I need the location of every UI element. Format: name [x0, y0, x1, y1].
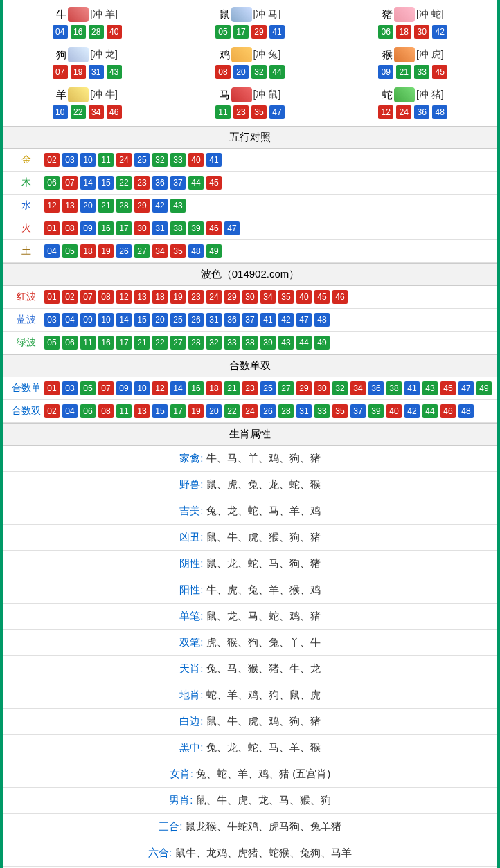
number-ball: 38 [386, 381, 402, 395]
number-ball: 14 [80, 176, 96, 190]
number-ball: 05 [80, 381, 96, 395]
number-ball: 02 [44, 404, 60, 418]
zodiac-icon [68, 7, 89, 22]
number-ball: 09 [80, 313, 96, 327]
number-ball: 34 [350, 381, 366, 395]
attr-row: 双笔: 虎、猴、狗、兔、羊、牛 [3, 630, 497, 656]
zodiac-balls: 08203244 [168, 65, 331, 79]
data-row: 土04051819262734354849 [3, 240, 497, 263]
number-ball: 13 [62, 199, 78, 213]
zodiac-cell: 猴[冲 虎]09213345 [332, 43, 494, 83]
number-ball: 15 [98, 176, 114, 190]
number-ball: 38 [170, 221, 186, 235]
number-ball: 47 [269, 105, 285, 119]
zodiac-balls: 04162840 [6, 25, 168, 39]
number-ball: 01 [44, 381, 60, 395]
zodiac-name: 鸡 [220, 48, 230, 62]
number-ball: 07 [80, 290, 96, 304]
number-ball: 42 [432, 25, 447, 39]
number-ball: 28 [278, 404, 294, 418]
row-balls: 1213202128294243 [44, 199, 186, 213]
attr-text: 兔、蛇、羊、鸡、猪 (五宫肖) [196, 768, 330, 779]
number-ball: 08 [215, 65, 231, 79]
number-ball: 19 [98, 244, 114, 258]
number-ball: 26 [260, 404, 276, 418]
zodiac-balls: 05172941 [168, 25, 331, 39]
number-ball: 27 [134, 244, 150, 258]
number-ball: 36 [224, 313, 240, 327]
number-ball: 13 [134, 404, 150, 418]
number-ball: 05 [215, 25, 231, 39]
attr-row: 天肖: 兔、马、猴、猪、牛、龙 [3, 656, 497, 682]
zodiac-clash: [冲 虎] [416, 48, 444, 61]
attr-label: 女肖: [170, 768, 196, 779]
number-ball: 20 [80, 199, 96, 213]
number-ball: 48 [314, 313, 330, 327]
number-ball: 38 [242, 336, 258, 350]
number-ball: 19 [71, 65, 86, 79]
attr-row: 黑中: 兔、龙、蛇、马、羊、猴 [3, 735, 497, 761]
zodiac-name: 狗 [56, 48, 66, 62]
number-ball: 29 [296, 381, 312, 395]
number-ball: 48 [188, 244, 204, 258]
attr-text: 鼠龙猴、牛蛇鸡、虎马狗、兔羊猪 [186, 820, 341, 832]
number-ball: 46 [440, 404, 456, 418]
row-label: 金 [8, 154, 44, 166]
data-row: 合数单0103050709101214161821232527293032343… [3, 377, 497, 400]
shuxing-header: 生肖属性 [3, 423, 497, 446]
attr-row: 白边: 鼠、牛、虎、鸡、狗、猪 [3, 709, 497, 735]
row-label: 火 [8, 222, 44, 235]
number-ball: 04 [53, 25, 68, 39]
number-ball: 04 [62, 404, 78, 418]
number-ball: 35 [278, 290, 294, 304]
number-ball: 41 [269, 25, 285, 39]
zodiac-cell: 马[冲 鼠]11233547 [168, 83, 331, 123]
number-ball: 49 [206, 244, 222, 258]
zodiac-name: 牛 [56, 8, 66, 21]
number-ball: 17 [170, 404, 186, 418]
zodiac-title: 狗[冲 龙] [6, 47, 168, 62]
number-ball: 04 [62, 313, 78, 327]
number-ball: 45 [440, 381, 456, 395]
number-ball: 24 [396, 105, 411, 119]
number-ball: 44 [422, 404, 438, 418]
number-ball: 30 [414, 25, 429, 39]
zodiac-balls: 12243648 [332, 105, 494, 119]
zodiac-icon [231, 47, 252, 62]
attr-text: 鼠、牛、虎、猴、狗、猪 [206, 531, 321, 543]
number-ball: 17 [116, 221, 132, 235]
number-ball: 22 [224, 404, 240, 418]
attr-text: 鼠、牛、虎、鸡、狗、猪 [206, 715, 321, 727]
zodiac-icon [231, 7, 252, 22]
number-ball: 42 [152, 199, 168, 213]
attr-row: 男肖: 鼠、牛、虎、龙、马、猴、狗 [3, 788, 497, 814]
attr-text: 虎、猴、狗、兔、羊、牛 [206, 636, 321, 648]
number-ball: 20 [206, 404, 222, 418]
number-ball: 24 [206, 290, 222, 304]
attr-text: 兔、龙、蛇、马、羊、猴 [206, 741, 321, 753]
number-ball: 49 [314, 336, 330, 350]
number-ball: 01 [44, 221, 60, 235]
zodiac-title: 牛[冲 羊] [6, 7, 168, 22]
data-row: 水1213202128294243 [3, 195, 497, 217]
zodiac-title: 羊[冲 牛] [6, 87, 168, 102]
attr-label: 男肖: [169, 794, 195, 806]
number-ball: 31 [206, 313, 222, 327]
row-label: 水 [8, 199, 44, 212]
attr-label: 家禽: [179, 452, 206, 464]
row-label: 木 [8, 177, 44, 189]
attr-text: 蛇、羊、鸡、狗、鼠、虎 [206, 689, 321, 700]
zodiac-icon [394, 7, 415, 22]
number-ball: 01 [44, 290, 60, 304]
number-ball: 35 [170, 244, 186, 258]
data-row: 木06071415222336374445 [3, 172, 497, 195]
number-ball: 09 [116, 381, 132, 395]
number-ball: 46 [332, 290, 348, 304]
data-row: 火0108091617303138394647 [3, 217, 497, 240]
number-ball: 19 [170, 290, 186, 304]
attr-row: 阳性: 牛、虎、兔、羊、猴、鸡 [3, 577, 497, 604]
number-ball: 13 [134, 290, 150, 304]
number-ball: 32 [332, 381, 348, 395]
data-row: 红波0102070812131819232429303435404546 [3, 286, 497, 309]
number-ball: 03 [62, 153, 78, 167]
